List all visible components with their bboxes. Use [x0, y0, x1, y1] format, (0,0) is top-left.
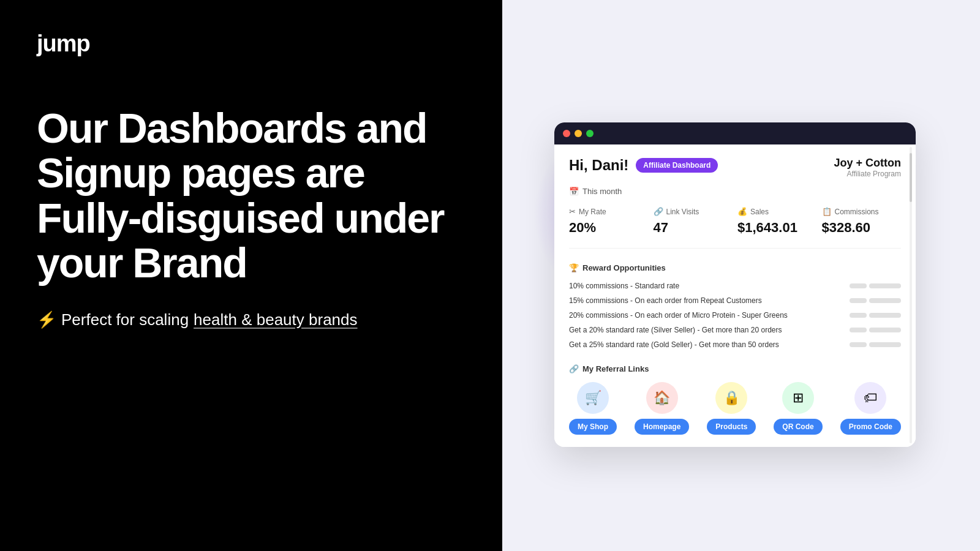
- reward-bar-small-1: [850, 283, 867, 288]
- referral-title-text: My Referral Links: [582, 364, 649, 373]
- my-shop-button[interactable]: My Shop: [569, 419, 617, 435]
- commissions-label-text: Commissions: [835, 208, 879, 216]
- promo-code-icon-circle: 🏷: [854, 382, 886, 414]
- stats-row: ✂ My Rate 20% 🔗 Link Visits 47 💰 Sales: [569, 207, 901, 249]
- subtitle-emoji: ⚡: [37, 310, 56, 329]
- reward-text-4: Get a 20% standard rate (Silver Seller) …: [569, 326, 782, 334]
- rewards-title: 🏆 Reward Opportunities: [569, 263, 901, 272]
- link-visits-label-text: Link Visits: [666, 208, 699, 216]
- my-shop-icon: 🛒: [585, 390, 601, 406]
- reward-bar-group-4: [850, 328, 901, 332]
- promo-code-icon: 🏷: [864, 390, 877, 406]
- qr-code-icon: ⊞: [793, 390, 804, 406]
- affiliate-badge: Affiliate Dashboard: [636, 158, 718, 173]
- dot-yellow: [575, 130, 582, 137]
- window-controls: [554, 122, 916, 144]
- reward-bar-group-5: [850, 342, 901, 347]
- subtitle-text-plain: Perfect for scaling: [61, 310, 189, 329]
- dot-red: [563, 130, 570, 137]
- rate-label-text: My Rate: [579, 208, 606, 216]
- reward-bar-large-3: [869, 313, 901, 318]
- referral-promo-code: 🏷 Promo Code: [840, 382, 901, 435]
- subtitle: ⚡ Perfect for scaling health & beauty br…: [37, 310, 466, 329]
- this-month: 📅 This month: [569, 187, 901, 196]
- promo-code-button[interactable]: Promo Code: [840, 419, 901, 435]
- referral-section: 🔗 My Referral Links 🛒 My Shop 🏠: [569, 364, 901, 435]
- dash-header: Hi, Dani! Affiliate Dashboard Joy + Cott…: [569, 157, 901, 178]
- reward-bar-group-3: [850, 313, 901, 318]
- referral-qr-code: ⊞ QR Code: [774, 382, 822, 435]
- link-chain-icon: 🔗: [569, 364, 579, 373]
- greeting-text: Hi, Dani!: [569, 157, 628, 174]
- link-visits-value: 47: [654, 220, 733, 236]
- products-button[interactable]: Products: [707, 419, 756, 435]
- reward-bar-small-5: [850, 342, 867, 347]
- headline-line4: your Brand: [37, 239, 247, 286]
- trophy-icon: 🏆: [569, 263, 579, 272]
- products-icon: 🔒: [723, 390, 740, 406]
- sales-label-text: Sales: [750, 208, 769, 216]
- main-headline: Our Dashboards and Signup pages are Full…: [37, 106, 453, 286]
- stat-commissions: 📋 Commissions $328.60: [822, 207, 902, 236]
- commissions-icon: 📋: [822, 207, 832, 216]
- reward-bar-small-2: [850, 298, 867, 303]
- dot-green: [586, 130, 594, 137]
- sales-icon: 💰: [737, 207, 747, 216]
- rate-value: 20%: [569, 220, 649, 236]
- referral-title: 🔗 My Referral Links: [569, 364, 901, 373]
- reward-text-5: Get a 25% standard rate (Gold Seller) - …: [569, 340, 779, 349]
- right-section: Hi, Dani! Affiliate Dashboard Joy + Cott…: [502, 0, 980, 551]
- homepage-icon: 🏠: [654, 390, 670, 406]
- referral-my-shop: 🛒 My Shop: [569, 382, 617, 435]
- my-shop-icon-circle: 🛒: [577, 382, 609, 414]
- rate-icon: ✂: [569, 207, 576, 216]
- homepage-icon-circle: 🏠: [646, 382, 678, 414]
- rewards-section: 🏆 Reward Opportunities 10% commissions -…: [569, 263, 901, 352]
- card-scrollbar[interactable]: [910, 147, 912, 443]
- reward-bar-large-1: [869, 283, 901, 288]
- reward-item-1: 10% commissions - Standard rate: [569, 279, 901, 293]
- stat-commissions-label: 📋 Commissions: [822, 207, 902, 216]
- stat-sales: 💰 Sales $1,643.01: [737, 207, 817, 236]
- this-month-label: This month: [582, 187, 622, 196]
- referral-links-row: 🛒 My Shop 🏠 Homepage 🔒: [569, 382, 901, 435]
- brand-info: Joy + Cotton Affiliate Program: [834, 157, 901, 178]
- dashboard-card: Hi, Dani! Affiliate Dashboard Joy + Cott…: [554, 122, 916, 447]
- stat-link-visits-label: 🔗 Link Visits: [654, 207, 733, 216]
- logo-text: jump: [37, 31, 90, 57]
- reward-item-3: 20% commissions - On each order of Micro…: [569, 308, 901, 323]
- reward-text-2: 15% commissions - On each order from Rep…: [569, 296, 762, 305]
- link-icon: 🔗: [654, 207, 663, 216]
- dashboard-content: Hi, Dani! Affiliate Dashboard Joy + Cott…: [554, 144, 916, 447]
- reward-bar-large-5: [869, 342, 901, 347]
- headline-line2: Signup pages are: [37, 149, 364, 196]
- stat-link-visits: 🔗 Link Visits 47: [654, 207, 733, 236]
- reward-item-5: Get a 25% standard rate (Gold Seller) - …: [569, 337, 901, 352]
- calendar-icon: 📅: [569, 187, 579, 196]
- stat-my-rate-label: ✂ My Rate: [569, 207, 649, 216]
- reward-item-2: 15% commissions - On each order from Rep…: [569, 293, 901, 308]
- referral-homepage: 🏠 Homepage: [635, 382, 689, 435]
- stat-sales-label: 💰 Sales: [737, 207, 817, 216]
- stat-my-rate: ✂ My Rate 20%: [569, 207, 649, 236]
- subtitle-text-underline: health & beauty brands: [194, 310, 357, 329]
- qr-code-icon-circle: ⊞: [782, 382, 814, 414]
- commissions-value: $328.60: [822, 220, 902, 236]
- products-icon-circle: 🔒: [715, 382, 747, 414]
- homepage-button[interactable]: Homepage: [635, 419, 689, 435]
- headline-line3: Fully-disguised under: [37, 195, 444, 241]
- reward-bar-group-1: [850, 283, 901, 288]
- left-section: jump 🛍 Our Dashboards and Signup pages a…: [0, 0, 502, 551]
- referral-products: 🔒 Products: [707, 382, 756, 435]
- brand-name: Joy + Cotton: [834, 157, 901, 170]
- greeting-row: Hi, Dani! Affiliate Dashboard: [569, 157, 718, 174]
- reward-text-1: 10% commissions - Standard rate: [569, 282, 679, 290]
- scrollbar-thumb: [910, 153, 912, 202]
- reward-bar-large-2: [869, 298, 901, 303]
- qr-code-button[interactable]: QR Code: [774, 419, 822, 435]
- reward-bar-small-3: [850, 313, 867, 318]
- reward-bar-small-4: [850, 328, 867, 332]
- reward-bar-large-4: [869, 328, 901, 332]
- reward-text-3: 20% commissions - On each order of Micro…: [569, 311, 788, 320]
- sales-value: $1,643.01: [737, 220, 817, 236]
